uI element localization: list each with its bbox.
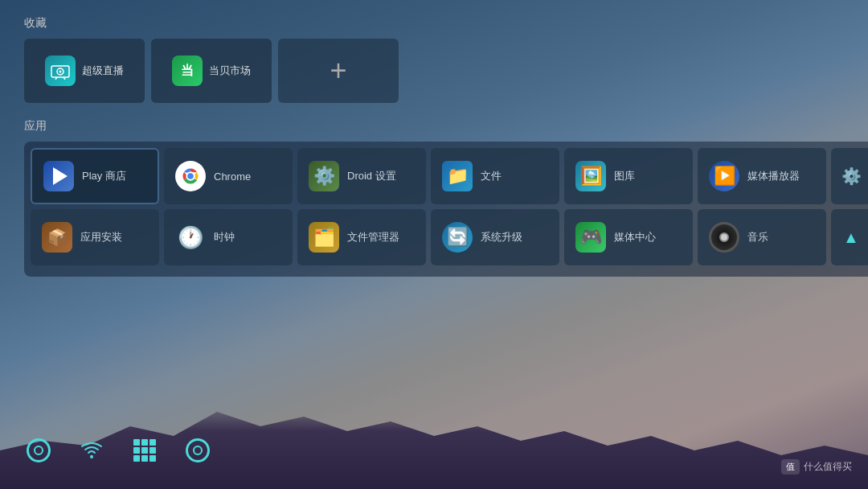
files-icon: 📁 bbox=[442, 161, 473, 191]
grid-dot bbox=[149, 455, 156, 462]
bottom-nav bbox=[24, 436, 212, 465]
sys-upgrade-label: 系统升级 bbox=[481, 230, 522, 244]
gallery-icon: 🖼️ bbox=[575, 161, 606, 191]
circle-inner-1 bbox=[34, 446, 43, 455]
app-partial-2[interactable]: ▲ bbox=[831, 209, 868, 265]
droid-settings-icon: ⚙️ bbox=[309, 161, 339, 191]
play-store-label: Play 商店 bbox=[82, 169, 126, 183]
app-partial-1[interactable]: ⚙️ bbox=[831, 148, 868, 204]
svg-point-8 bbox=[90, 455, 93, 458]
circle-icon-1 bbox=[27, 438, 51, 462]
file-manager-label: 文件管理器 bbox=[347, 230, 399, 244]
gallery-label: 图库 bbox=[614, 169, 635, 183]
nav-circle-btn-2[interactable] bbox=[183, 436, 212, 465]
media-player-icon: ▶️ bbox=[709, 161, 739, 191]
watermark-badge: 值 bbox=[781, 459, 800, 475]
app-install-label: 应用安装 bbox=[80, 230, 122, 244]
play-store-icon bbox=[43, 161, 74, 191]
apps-row-2: 📦 应用安装 🕐 时钟 🗂️ 文件管理器 🔄 系统升级 bbox=[31, 209, 868, 265]
app-play-store[interactable]: Play 商店 bbox=[31, 148, 159, 204]
media-player-label: 媒体播放器 bbox=[747, 169, 800, 183]
droid-settings-label: Droid 设置 bbox=[347, 169, 396, 183]
nav-circle-btn-1[interactable] bbox=[24, 436, 53, 465]
circle-icon-2 bbox=[186, 438, 210, 462]
media-center-label: 媒体中心 bbox=[614, 230, 656, 244]
grid-icon bbox=[133, 439, 156, 462]
grid-dot bbox=[133, 439, 140, 446]
super-live-label: 超级直播 bbox=[82, 64, 124, 78]
favorites-label: 收藏 bbox=[24, 16, 844, 31]
grid-dot bbox=[141, 447, 148, 454]
nav-wifi-btn[interactable] bbox=[77, 436, 106, 465]
chrome-icon bbox=[175, 161, 206, 191]
apps-label: 应用 bbox=[24, 119, 844, 134]
apps-row-1: Play 商店 bbox=[31, 148, 868, 204]
app-droid-settings[interactable]: ⚙️ Droid 设置 bbox=[297, 148, 426, 204]
fav-add[interactable]: + bbox=[278, 39, 399, 103]
file-manager-icon: 🗂️ bbox=[309, 222, 339, 253]
circle-inner-2 bbox=[193, 446, 203, 455]
grid-dot bbox=[149, 447, 156, 454]
music-label: 音乐 bbox=[747, 230, 768, 244]
app-clock[interactable]: 🕐 时钟 bbox=[164, 209, 293, 265]
watermark: 值 什么值得买 bbox=[781, 459, 852, 475]
apps-grid: Play 商店 bbox=[24, 142, 868, 277]
clock-icon: 🕐 bbox=[175, 222, 206, 253]
super-live-icon bbox=[45, 55, 76, 86]
app-files[interactable]: 📁 文件 bbox=[431, 148, 559, 204]
app-sys-upgrade[interactable]: 🔄 系统升级 bbox=[431, 209, 559, 265]
media-center-icon: 🎮 bbox=[575, 222, 606, 253]
grid-dot bbox=[149, 439, 156, 446]
app-media-player[interactable]: ▶️ 媒体播放器 bbox=[698, 148, 826, 204]
grid-dot bbox=[133, 447, 140, 454]
dangbei-label: 当贝市场 bbox=[209, 64, 251, 78]
partial-icon-2: ▲ bbox=[843, 228, 859, 247]
partial-icon-1: ⚙️ bbox=[841, 166, 862, 186]
wifi-icon bbox=[80, 442, 103, 459]
app-music[interactable]: 音乐 bbox=[698, 209, 826, 265]
nav-grid-btn[interactable] bbox=[130, 436, 159, 465]
svg-point-4 bbox=[59, 71, 62, 73]
svg-point-7 bbox=[187, 173, 194, 179]
dangbei-icon: 当 bbox=[172, 55, 203, 86]
fav-super-live[interactable]: 超级直播 bbox=[24, 39, 145, 103]
play-triangle bbox=[53, 167, 68, 185]
sys-upgrade-icon: 🔄 bbox=[442, 222, 473, 253]
app-file-manager[interactable]: 🗂️ 文件管理器 bbox=[297, 209, 426, 265]
app-install[interactable]: 📦 应用安装 bbox=[31, 209, 159, 265]
watermark-text: 什么值得买 bbox=[804, 460, 852, 474]
fav-dangbei[interactable]: 当 当贝市场 bbox=[151, 39, 272, 103]
grid-dot bbox=[141, 439, 148, 446]
app-install-icon: 📦 bbox=[42, 222, 72, 253]
grid-dot bbox=[141, 455, 148, 462]
music-icon bbox=[709, 222, 739, 253]
app-media-center[interactable]: 🎮 媒体中心 bbox=[564, 209, 693, 265]
grid-dot bbox=[133, 455, 140, 462]
apps-section: Play 商店 bbox=[24, 142, 844, 277]
files-label: 文件 bbox=[481, 169, 502, 183]
clock-label: 时钟 bbox=[214, 230, 235, 244]
add-icon: + bbox=[330, 54, 346, 88]
chrome-label: Chrome bbox=[214, 171, 251, 183]
app-chrome[interactable]: Chrome bbox=[164, 148, 293, 204]
app-gallery[interactable]: 🖼️ 图库 bbox=[564, 148, 693, 204]
favorites-row: 超级直播 当 当贝市场 + bbox=[24, 39, 844, 103]
